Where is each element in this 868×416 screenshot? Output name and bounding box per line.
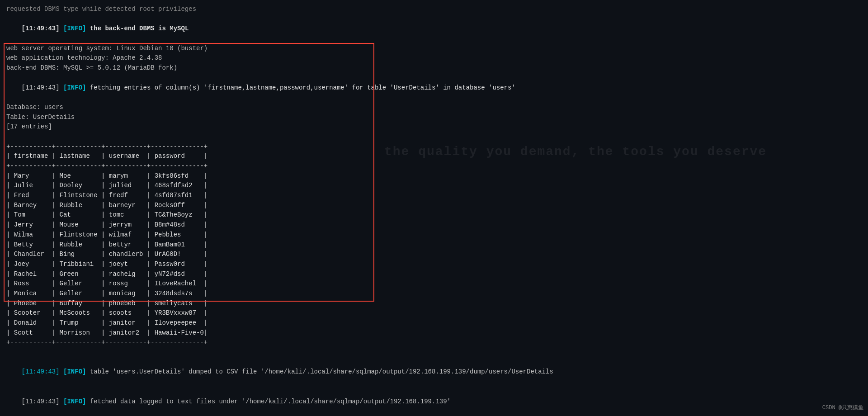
timestamp-4: [11:49:43] <box>22 398 60 405</box>
timestamp-3: [11:49:43] <box>22 368 60 375</box>
line-table-name: Table: UserDetails <box>6 113 862 123</box>
line-tech: web application technology: Apache 2.4.3… <box>6 53 862 63</box>
table-row: | Phoebe | Buffay | phoebeb | smellycats… <box>6 300 208 307</box>
info-tag-4: [INFO] <box>63 398 86 405</box>
table-separator-top: +-----------+------------+-----------+--… <box>6 143 208 150</box>
csdn-badge: CSDN @只惠摸鱼 <box>822 404 863 411</box>
line-os: web server operating system: Linux Debia… <box>6 44 862 54</box>
line-entries-count: [17 entries] <box>6 122 862 132</box>
line-fetch-info: [11:49:43] [INFO] fetching entries of co… <box>6 73 862 103</box>
table-row: | Mary | Moe | marym | 3kfs86sfd | <box>6 172 208 180</box>
table-row: | Jerry | Mouse | jerrym | B8m#48sd | <box>6 221 208 228</box>
table-row: | Donald | Trump | janitor | Ilovepeepee… <box>6 319 208 326</box>
table-row: | Wilma | Flintstone | wilmaf | Pebbles … <box>6 231 208 238</box>
line-database: Database: users <box>6 103 862 113</box>
timestamp-1: [11:49:43] <box>22 25 60 32</box>
table-row: | Scott | Morrison | janitor2 | Hawaii-F… <box>6 329 208 336</box>
table-row: | Chandler | Bing | chandlerb | UrAG0D! … <box>6 251 208 258</box>
line-backend: back-end DBMS: MySQL >= 5.0.12 (MariaDB … <box>6 63 862 73</box>
table-row: | Monica | Geller | monicag | 3248dsds7s… <box>6 290 208 297</box>
table-row: | Scooter | McScoots | scoots | YR3BVxxx… <box>6 309 208 317</box>
watermark-text: the quality you demand, the tools you de… <box>384 145 767 159</box>
line-dbms-info: [11:49:43] [INFO] the back-end DBMS is M… <box>6 14 862 44</box>
line-root-priv: requested DBMS type while detected root … <box>6 5 862 14</box>
table-row: | Julie | Dooley | julied | 468sfdfsd2 | <box>6 182 208 189</box>
table-separator-mid: +-----------+------------+-----------+--… <box>6 162 208 170</box>
table-row: | Joey | Tribbiani | joeyt | Passw0rd | <box>6 260 208 268</box>
info-tag-2: [INFO] <box>63 84 86 91</box>
terminal-window: requested DBMS type while detected root … <box>0 0 868 416</box>
table-row: | Tom | Cat | tomc | TC&TheBoyz | <box>6 211 208 218</box>
table-row: | Fred | Flintstone | fredf | 4sfd87sfd1… <box>6 192 208 199</box>
table-separator-bottom: +-----------+------------+-----------+--… <box>6 339 208 346</box>
table-header: | firstname | lastname | username | pass… <box>6 152 208 160</box>
line-fetched-log: [11:49:43] [INFO] fetched data logged to… <box>6 387 862 416</box>
data-table: +-----------+------------+-----------+--… <box>6 132 862 358</box>
timestamp-2: [11:49:43] <box>22 84 60 91</box>
table-row: | Betty | Rubble | bettyr | BamBam01 | <box>6 241 208 248</box>
table-row: | Barney | Rubble | barneyr | RocksOff | <box>6 202 208 209</box>
table-row: | Ross | Geller | rossg | ILoveRachel | <box>6 280 208 287</box>
table-row: | Rachel | Green | rachelg | yN72#dsd | <box>6 270 208 278</box>
info-tag-1: [INFO] <box>63 25 86 32</box>
line-csv-dump: [11:49:43] [INFO] table 'users.UserDetai… <box>6 358 862 387</box>
info-tag-3: [INFO] <box>63 368 86 375</box>
